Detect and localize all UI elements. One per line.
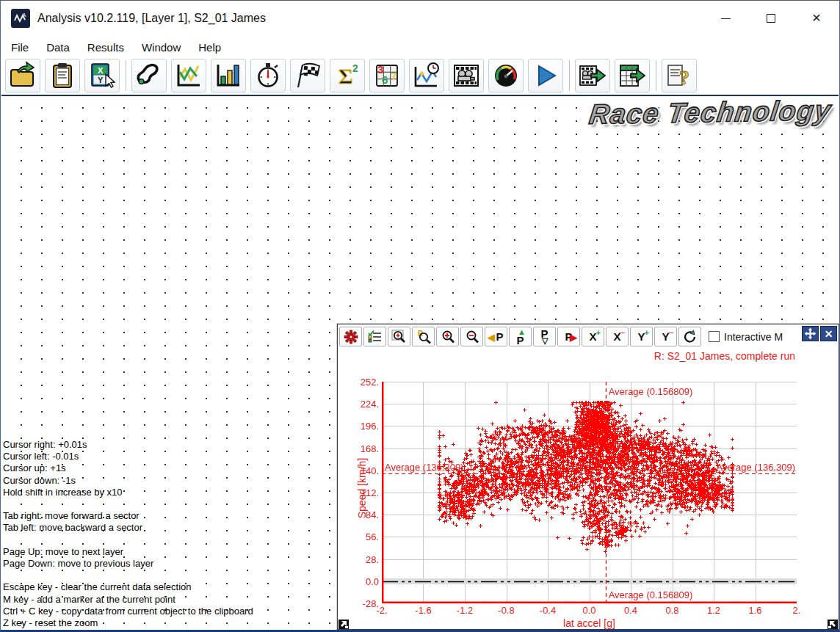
average-y-label-left: Average (136.309) xyxy=(385,462,463,473)
report-clipboard-icon xyxy=(48,61,77,90)
xy-graph-button[interactable] xyxy=(171,59,206,92)
svg-text:2: 2 xyxy=(352,62,358,74)
zoom-in-button[interactable] xyxy=(436,327,459,346)
zoom-reset-r-icon: R xyxy=(416,330,432,344)
toolbar-separator xyxy=(569,60,570,91)
resize-grip-left[interactable] xyxy=(338,619,349,628)
finish-flag-button[interactable] xyxy=(290,59,325,92)
down-arrow-icon: ▽ xyxy=(542,337,548,345)
help-button[interactable]: ? xyxy=(662,59,697,92)
scatter-canvas xyxy=(382,382,797,603)
summary-statistics-button[interactable]: Σ 2 xyxy=(330,59,365,92)
x-tick-label: -0.4 xyxy=(532,605,564,616)
svg-text:Y: Y xyxy=(98,76,104,84)
sector-next-button[interactable]: P ▶ xyxy=(557,327,580,346)
svg-text:?: ? xyxy=(679,66,689,89)
time-graph-icon xyxy=(412,61,441,90)
resize-grip-right[interactable] xyxy=(828,619,838,628)
help-document-icon: ? xyxy=(665,61,694,90)
stopwatch-icon xyxy=(253,61,283,90)
track-map-button[interactable] xyxy=(131,59,167,92)
zoom-window-icon xyxy=(391,330,408,344)
xy-graph-icon xyxy=(174,61,203,90)
video-icon xyxy=(452,61,481,90)
zoom-out-icon xyxy=(464,330,480,344)
open-file-button[interactable] xyxy=(5,59,40,92)
x-tick-label: -0.8 xyxy=(490,605,523,616)
export-video-icon xyxy=(578,61,607,90)
left-arrow-icon: ◀ xyxy=(488,333,495,342)
menu-item-results[interactable]: Results xyxy=(79,38,133,57)
maximize-icon xyxy=(767,14,775,23)
svg-text:A: A xyxy=(22,12,26,18)
export-table-button[interactable] xyxy=(615,59,650,92)
plus-icon: + xyxy=(645,329,649,337)
data-values-button[interactable]: X Y xyxy=(84,59,120,92)
plot-close-button[interactable]: ✕ xyxy=(820,326,837,341)
dashboard-button[interactable] xyxy=(488,59,524,92)
x-axis-label: lat accel [g] xyxy=(382,617,797,629)
lap-times-grid-icon: 3 6 7 xyxy=(372,61,402,90)
y-scale-plus-button[interactable]: Y + xyxy=(630,327,653,346)
toolbar-separator xyxy=(656,60,656,91)
menu-item-window[interactable]: Window xyxy=(133,38,189,57)
close-icon: ✕ xyxy=(811,12,821,24)
average-x-label-top: Average (0.156809) xyxy=(609,386,693,397)
x-scale-plus-button[interactable]: X + xyxy=(582,327,604,346)
video-button[interactable] xyxy=(449,59,484,92)
minimize-button[interactable] xyxy=(703,1,748,36)
summary-statistics-icon: Σ 2 xyxy=(333,61,362,90)
x-tick-label: 1.2 xyxy=(698,605,730,616)
svg-text:Σ: Σ xyxy=(338,64,353,88)
sector-previous-button[interactable]: ◀ P xyxy=(485,327,507,346)
zoom-window-button[interactable] xyxy=(388,327,410,346)
sector-down-button[interactable]: P ▽ xyxy=(533,327,556,346)
play-button[interactable] xyxy=(528,59,563,92)
minimize-icon xyxy=(721,18,731,19)
app-window: A Analysis v10.2.119, [Layer 1], S2_01 J… xyxy=(0,0,840,632)
y-tick-label: 224. xyxy=(338,399,379,410)
menu-item-file[interactable]: File xyxy=(2,38,37,57)
x-tick-label: -2. xyxy=(366,605,398,616)
reset-view-button[interactable] xyxy=(678,327,701,346)
app-icon: A xyxy=(11,9,30,28)
keyboard-shortcuts-help: Cursor right: +0.01s Cursor left: -0.01s… xyxy=(3,439,253,629)
checklist-icon xyxy=(368,330,383,344)
stopwatch-button[interactable] xyxy=(250,59,286,92)
report-button[interactable] xyxy=(45,59,80,92)
resize-arrow-icon xyxy=(338,620,349,629)
menu-item-data[interactable]: Data xyxy=(37,38,79,57)
y-tick-label: 0.0 xyxy=(338,576,379,587)
x-scale-minus-button[interactable]: X ─ xyxy=(606,327,629,346)
zoom-reset-button[interactable]: R xyxy=(412,327,435,346)
sector-letter: P xyxy=(496,331,503,342)
settings-gear-button[interactable] xyxy=(339,327,362,346)
race-technology-logo: Race Technology xyxy=(587,95,833,131)
x-tick-label: -1.6 xyxy=(408,605,440,616)
time-graph-button[interactable] xyxy=(409,59,444,92)
close-button[interactable]: ✕ xyxy=(794,1,839,36)
y-tick-label: 112. xyxy=(338,487,379,498)
svg-text:6: 6 xyxy=(382,73,388,86)
menu-bar: FileDataResultsWindowHelp xyxy=(1,36,839,58)
lap-times-button[interactable]: 3 6 7 xyxy=(369,59,405,92)
plus-icon: + xyxy=(596,329,601,337)
window-move-button[interactable] xyxy=(802,326,819,341)
scatter-plot-window: R ◀ P xyxy=(337,324,839,630)
interactive-mode-checkbox[interactable] xyxy=(709,331,720,342)
zoom-out-button[interactable] xyxy=(460,327,483,346)
bar-chart-button[interactable] xyxy=(211,59,246,92)
average-x-label-bottom: Average (0.156809) xyxy=(609,589,693,600)
options-checklist-button[interactable] xyxy=(363,327,386,346)
maximize-button[interactable] xyxy=(748,1,794,36)
toolbar-separator xyxy=(126,60,126,91)
finish-flag-icon xyxy=(293,61,322,90)
menu-item-help[interactable]: Help xyxy=(189,38,230,57)
export-video-button[interactable] xyxy=(575,59,610,92)
gear-icon xyxy=(344,330,358,344)
x-tick-label: -1.2 xyxy=(449,605,481,616)
waveform-icon: A xyxy=(13,11,28,26)
plot-area[interactable] xyxy=(382,382,797,603)
y-scale-minus-button[interactable]: Y ─ xyxy=(654,327,677,346)
sector-up-button[interactable]: ▲ P xyxy=(509,327,532,346)
